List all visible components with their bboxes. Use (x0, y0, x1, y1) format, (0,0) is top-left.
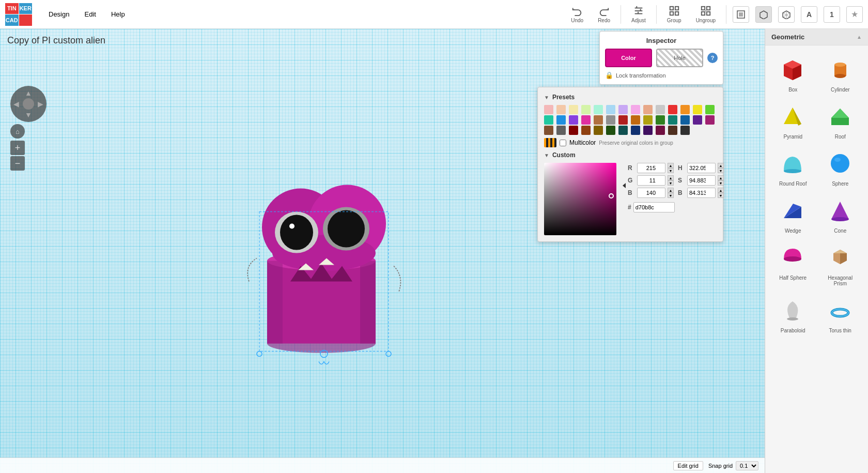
g-up[interactable]: ▲ (668, 175, 674, 180)
preset-color-swatch[interactable] (569, 115, 578, 125)
shape-box[interactable]: Box (771, 52, 815, 95)
preset-color-swatch[interactable] (556, 115, 566, 125)
nav-up-arrow[interactable]: ▲ (25, 89, 32, 97)
shape-pyramid[interactable]: Pyramid (771, 99, 815, 142)
b-up[interactable]: ▲ (668, 188, 674, 193)
preset-color-swatch[interactable] (618, 105, 628, 114)
edit-grid-button[interactable]: Edit grid (673, 461, 703, 470)
view-mesh-button[interactable] (778, 6, 795, 23)
view-3d-button[interactable] (755, 6, 772, 23)
zoom-in-button[interactable]: + (10, 141, 25, 155)
h-up[interactable]: ▲ (718, 163, 724, 168)
menu-design[interactable]: Design (42, 7, 75, 21)
preset-color-swatch[interactable] (569, 105, 578, 114)
3d-model[interactable] (218, 131, 425, 371)
preset-color-swatch[interactable] (594, 115, 603, 125)
undo-button[interactable]: Undo (567, 3, 587, 25)
preset-color-swatch[interactable] (668, 115, 677, 125)
b-down[interactable]: ▼ (668, 193, 674, 198)
preset-color-swatch[interactable] (693, 105, 702, 114)
s-input[interactable] (687, 175, 716, 186)
preset-color-swatch[interactable] (618, 115, 628, 125)
shape-cylinder[interactable]: Cylinder (819, 52, 862, 95)
multicolor-swatch[interactable] (544, 138, 556, 147)
s-up[interactable]: ▲ (718, 175, 724, 180)
shape-sphere[interactable]: Sphere (819, 146, 862, 189)
color-button[interactable]: Color (605, 49, 652, 67)
preset-color-swatch[interactable] (656, 115, 665, 125)
preset-color-swatch[interactable] (594, 105, 603, 114)
preset-color-swatch[interactable] (581, 105, 591, 114)
nav-circle[interactable]: ▲ ▼ ◀ ▶ (10, 86, 47, 122)
preset-color-swatch[interactable] (656, 105, 665, 114)
preset-color-swatch[interactable] (631, 126, 640, 135)
h-input[interactable] (687, 163, 716, 173)
zoom-out-button[interactable]: − (10, 156, 25, 171)
star-button[interactable]: ★ (846, 6, 863, 23)
gradient-box[interactable] (544, 163, 616, 235)
preset-color-swatch[interactable] (569, 126, 578, 135)
text-button[interactable]: A (801, 6, 817, 23)
s-down[interactable]: ▼ (718, 180, 724, 186)
menu-edit[interactable]: Edit (78, 7, 102, 21)
nav-down-arrow[interactable]: ▼ (25, 111, 32, 119)
h-down[interactable]: ▼ (718, 168, 724, 173)
hole-button[interactable]: Hole (656, 49, 703, 67)
b-input[interactable] (637, 188, 665, 198)
menu-help[interactable]: Help (105, 7, 131, 21)
preset-color-swatch[interactable] (643, 126, 653, 135)
preset-color-swatch[interactable] (668, 126, 677, 135)
nav-center[interactable] (23, 98, 34, 110)
preset-color-swatch[interactable] (705, 105, 715, 114)
bri-down[interactable]: ▼ (718, 193, 724, 198)
shape-cone[interactable]: Cone (819, 193, 862, 236)
preset-color-swatch[interactable] (631, 115, 640, 125)
shape-half-sphere[interactable]: Half Sphere (771, 240, 815, 288)
home-button[interactable]: ⌂ (10, 124, 25, 139)
shape-paraboloid[interactable]: Paraboloid (771, 293, 815, 335)
preset-color-swatch[interactable] (668, 105, 677, 114)
multicolor-checkbox[interactable] (560, 140, 566, 146)
g-down[interactable]: ▼ (668, 180, 674, 186)
preset-color-swatch[interactable] (618, 126, 628, 135)
number-button[interactable]: 1 (824, 6, 840, 23)
shape-round-roof[interactable]: Round Roof (771, 146, 815, 189)
preset-color-swatch[interactable] (594, 126, 603, 135)
bri-input[interactable] (687, 188, 716, 198)
preset-color-swatch[interactable] (544, 105, 553, 114)
g-input[interactable] (637, 175, 665, 186)
group-button[interactable]: Group (663, 3, 686, 25)
help-button[interactable]: ? (707, 53, 718, 63)
logo[interactable]: TIN KER CAD (5, 3, 32, 26)
r-down[interactable]: ▼ (668, 168, 674, 173)
preset-color-swatch[interactable] (556, 126, 566, 135)
preset-color-swatch[interactable] (581, 115, 591, 125)
lock-transformation[interactable]: 🔒 Lock transformation (605, 71, 718, 79)
shape-roof[interactable]: Roof (819, 99, 862, 142)
preset-color-swatch[interactable] (631, 105, 640, 114)
ungroup-button[interactable]: Ungroup (692, 3, 720, 25)
custom-header[interactable]: ▼ Custom (544, 151, 717, 159)
preset-color-swatch[interactable] (643, 105, 653, 114)
preset-color-swatch[interactable] (556, 105, 566, 114)
shape-torus-thin[interactable]: Torus thin (819, 293, 862, 335)
r-input[interactable] (637, 163, 665, 173)
shape-wedge[interactable]: Wedge (771, 193, 815, 236)
preset-color-swatch[interactable] (680, 115, 690, 125)
redo-button[interactable]: Redo (594, 3, 614, 25)
snap-select[interactable]: 0.1 0.5 1.0 (736, 461, 758, 470)
adjust-button[interactable]: Adjust (627, 3, 650, 25)
bri-up[interactable]: ▲ (718, 188, 724, 193)
preset-color-swatch[interactable] (656, 126, 665, 135)
preset-color-swatch[interactable] (544, 126, 553, 135)
preset-color-swatch[interactable] (680, 126, 690, 135)
nav-right-arrow[interactable]: ▶ (38, 100, 43, 108)
preset-color-swatch[interactable] (693, 115, 702, 125)
preset-color-swatch[interactable] (680, 105, 690, 114)
preset-color-swatch[interactable] (606, 115, 615, 125)
view-2d-button[interactable] (733, 6, 749, 23)
preset-color-swatch[interactable] (606, 126, 615, 135)
hex-input[interactable] (633, 202, 675, 212)
preset-color-swatch[interactable] (705, 115, 715, 125)
preset-color-swatch[interactable] (544, 115, 553, 125)
